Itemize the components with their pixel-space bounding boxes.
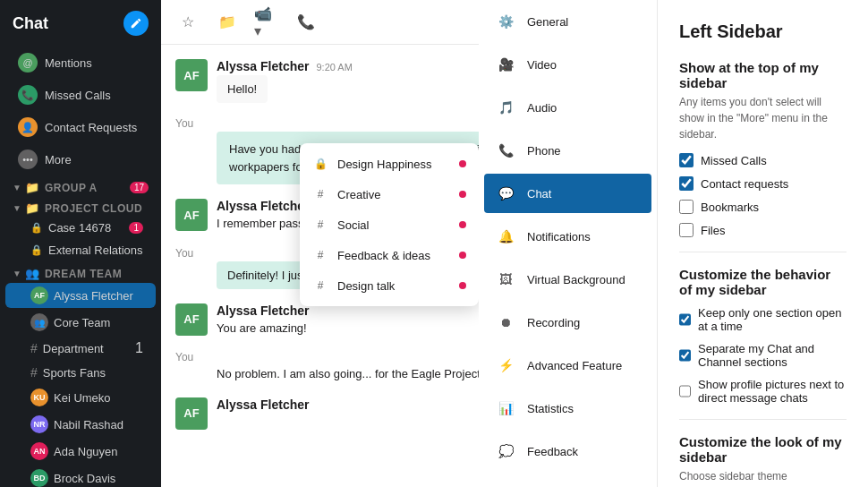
avatar: 👥 bbox=[30, 313, 48, 331]
star-button[interactable]: ☆ bbox=[175, 10, 200, 35]
channel-sports-fans[interactable]: # Sports Fans bbox=[5, 362, 156, 383]
checkbox-keep-one-section-label: Keep only one section open at a time bbox=[698, 306, 847, 333]
dm-brock-davis[interactable]: BD Brock Davis bbox=[5, 466, 156, 487]
channel-label: Case 14678 bbox=[48, 221, 129, 235]
sidebar-section-dream-team[interactable]: ▼ 👥 DREAM TEAM bbox=[0, 261, 161, 282]
settings-nav-keyboard-shortcuts[interactable]: ⌨ Keyboard Shortcuts bbox=[479, 473, 657, 487]
nav-label: Audio bbox=[527, 101, 557, 115]
dm-label: Alyssa Fletcher bbox=[54, 289, 143, 303]
sidebar-item-label: Missed Calls bbox=[45, 89, 143, 102]
hash-icon: # bbox=[312, 247, 328, 263]
dm-label: Nabil Rashad bbox=[54, 418, 143, 431]
settings-nav-virtual-background[interactable]: 🖼 Virtual Background bbox=[479, 258, 657, 301]
dropdown-item-label: Design talk bbox=[337, 279, 450, 293]
checkbox-contact-requests: Contact requests bbox=[679, 176, 847, 191]
folder-icon: 📁 bbox=[25, 181, 39, 194]
sidebar-item-more[interactable]: ••• More bbox=[5, 144, 156, 175]
phone-button[interactable]: 📞 bbox=[294, 10, 319, 35]
folder-button[interactable]: 📁 bbox=[215, 10, 240, 35]
message-bubble: Hello! bbox=[217, 75, 268, 103]
dm-label: Department bbox=[43, 342, 135, 355]
checkbox-separate-chat-input[interactable] bbox=[679, 348, 691, 363]
channel-department[interactable]: # Department 1 bbox=[5, 337, 156, 360]
compose-button[interactable] bbox=[123, 11, 149, 36]
channel-badge: 1 bbox=[129, 222, 143, 234]
checkbox-contact-requests-input[interactable] bbox=[679, 176, 694, 191]
dropdown-item-social[interactable]: # Social bbox=[300, 209, 479, 240]
dm-kei-umeko[interactable]: KU Kei Umeko bbox=[5, 385, 156, 410]
folder-icon: 👥 bbox=[25, 267, 39, 280]
nav-label: Feedback bbox=[527, 445, 578, 458]
sidebar-item-missed-calls[interactable]: 📞 Missed Calls bbox=[5, 80, 156, 110]
lock-icon: 🔒 bbox=[312, 156, 328, 172]
settings-nav-statistics[interactable]: 📊 Statistics bbox=[479, 387, 657, 430]
sidebar-header: Chat bbox=[0, 0, 161, 47]
dropdown-item-design-talk[interactable]: # Design talk bbox=[300, 270, 479, 301]
settings-section-title-3: Customize the look of my sidebar bbox=[679, 434, 847, 465]
more-icon: ••• bbox=[18, 150, 38, 169]
sidebar-section-project-cloud[interactable]: ▼ 📁 PROJECT CLOUD bbox=[0, 196, 161, 217]
dropdown-item-label: Creative bbox=[337, 188, 450, 201]
video-button[interactable]: 📹 ▾ bbox=[254, 10, 279, 35]
checkbox-files-input[interactable] bbox=[679, 223, 694, 237]
dm-nabil-rashad[interactable]: NR Nabil Rashad bbox=[5, 412, 156, 437]
lock-icon: 🔒 bbox=[30, 244, 43, 256]
sidebar: Chat @ Mentions 📞 Missed Calls 👤 Contact… bbox=[0, 0, 161, 487]
sidebar-item-mentions[interactable]: @ Mentions bbox=[5, 47, 156, 78]
channel-case-14678[interactable]: 🔒 Case 14678 1 bbox=[5, 218, 156, 238]
nav-label: General bbox=[527, 15, 568, 29]
settings-nav-audio[interactable]: 🎵 Audio bbox=[479, 86, 657, 129]
phone-icon: 📞 bbox=[493, 138, 518, 163]
avatar: AF bbox=[30, 286, 48, 304]
settings-section-title-1: Show at the top of my sidebar bbox=[679, 60, 847, 90]
dropdown-item-creative[interactable]: # Creative bbox=[300, 179, 479, 209]
statistics-icon: 📊 bbox=[493, 396, 518, 421]
channel-badge: 1 bbox=[135, 340, 143, 356]
lock-icon: 🔒 bbox=[30, 222, 43, 234]
settings-nav-notifications[interactable]: 🔔 Notifications bbox=[479, 215, 657, 258]
checkbox-missed-calls-input[interactable] bbox=[679, 153, 694, 167]
settings-nav-general[interactable]: ⚙️ General bbox=[479, 0, 657, 43]
channel-external-relations[interactable]: 🔒 External Relations bbox=[5, 240, 156, 261]
dropdown-item-label: Feedback & ideas bbox=[337, 249, 450, 262]
checkbox-separate-chat: Separate my Chat and Channel sections bbox=[679, 342, 847, 369]
settings-nav-phone[interactable]: 📞 Phone bbox=[479, 129, 657, 172]
checkbox-files: Files bbox=[679, 223, 847, 237]
sidebar-item-contact-requests[interactable]: 👤 Contact Requests bbox=[5, 112, 156, 142]
settings-nav-chat[interactable]: 💬 Chat bbox=[484, 174, 651, 213]
nav-label: Phone bbox=[527, 144, 561, 158]
checkbox-bookmarks-input[interactable] bbox=[679, 200, 694, 214]
settings-nav-feedback[interactable]: 💭 Feedback bbox=[479, 430, 657, 473]
dm-ada-nguyen[interactable]: AN Ada Nguyen bbox=[5, 439, 156, 464]
checkbox-bookmarks: Bookmarks bbox=[679, 200, 847, 214]
settings-overlay: ⚙️ General 🎥 Video 🎵 Audio 📞 Phone 💬 Cha… bbox=[479, 0, 868, 487]
checkbox-keep-one-section-input[interactable] bbox=[679, 312, 691, 327]
avatar: AN bbox=[30, 442, 48, 460]
dropdown-item-feedback-ideas[interactable]: # Feedback & ideas bbox=[300, 240, 479, 270]
settings-nav-advanced-feature[interactable]: ⚡ Advanced Feature bbox=[479, 344, 657, 387]
unread-indicator bbox=[459, 282, 466, 289]
sidebar-section-group-a[interactable]: ▼ 📁 GROUP A 17 bbox=[0, 175, 161, 196]
dm-alyssa-fletcher[interactable]: AF Alyssa Fletcher bbox=[5, 283, 156, 308]
checkbox-contact-requests-label: Contact requests bbox=[701, 177, 788, 191]
message-sender: Alyssa Fletcher bbox=[217, 303, 310, 318]
settings-nav-video[interactable]: 🎥 Video bbox=[479, 43, 657, 86]
dropdown-item-design-happiness[interactable]: 🔒 Design Happiness bbox=[300, 149, 479, 179]
avatar: AF bbox=[175, 303, 208, 336]
message-time: 9:20 AM bbox=[317, 62, 353, 73]
sidebar-item-label: Contact Requests bbox=[45, 121, 143, 134]
nav-label: Notifications bbox=[527, 230, 591, 244]
checkbox-separate-chat-label: Separate my Chat and Channel sections bbox=[698, 342, 847, 369]
channel-dropdown-menu: 🔒 Design Happiness # Creative # Social #… bbox=[300, 143, 479, 306]
settings-nav: ⚙️ General 🎥 Video 🎵 Audio 📞 Phone 💬 Cha… bbox=[479, 0, 658, 487]
avatar: AF bbox=[175, 199, 208, 231]
settings-nav-recording[interactable]: ⏺ Recording bbox=[479, 301, 657, 344]
unread-indicator bbox=[459, 191, 466, 198]
dm-label: Brock Davis bbox=[54, 472, 143, 485]
hash-icon: # bbox=[312, 217, 328, 233]
checkbox-show-profile-pictures-label: Show profile pictures next to direct mes… bbox=[698, 378, 847, 405]
settings-divider bbox=[679, 252, 847, 252]
hash-icon: # bbox=[30, 341, 38, 355]
dm-core-team[interactable]: 👥 Core Team bbox=[5, 310, 156, 335]
checkbox-show-profile-pictures-input[interactable] bbox=[679, 384, 691, 398]
